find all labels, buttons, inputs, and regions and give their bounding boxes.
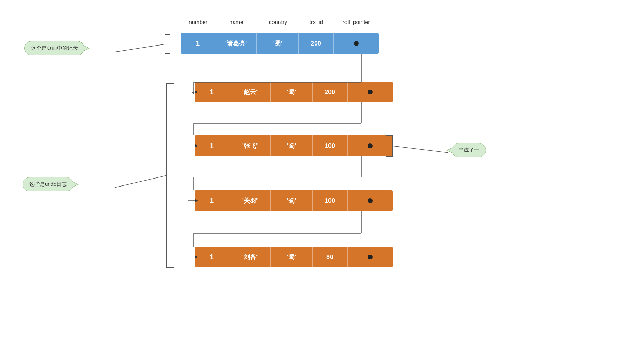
undo-record-0: 1 '赵云' '蜀' 200	[195, 82, 393, 102]
undo-record-3: 1 '刘备' '蜀' 80	[195, 247, 393, 267]
col-header-number: number	[181, 19, 215, 25]
connector-lines	[0, 0, 627, 364]
col-header-trxid: trx_id	[299, 19, 334, 25]
undo-record-2: 1 '关羽' '蜀' 100	[195, 190, 393, 211]
chain-bubble: 串成了一	[452, 143, 486, 157]
svg-line-0	[115, 44, 165, 52]
col-header-country: country	[257, 19, 299, 25]
svg-marker-5	[192, 92, 195, 94]
page-record-row: 1 '诸葛亮' '蜀' 200	[181, 33, 379, 54]
undo-log-bubble: 这些是undo日志	[23, 177, 73, 191]
undo-record-1: 1 '张飞' '蜀' 100	[195, 135, 393, 156]
svg-line-24	[393, 146, 448, 153]
page-record-bubble: 这个是页面中的记录	[24, 41, 84, 55]
col-header-name: name	[215, 19, 257, 25]
col-header-roll-pointer: roll_pointer	[334, 19, 379, 25]
svg-line-1	[115, 175, 167, 188]
